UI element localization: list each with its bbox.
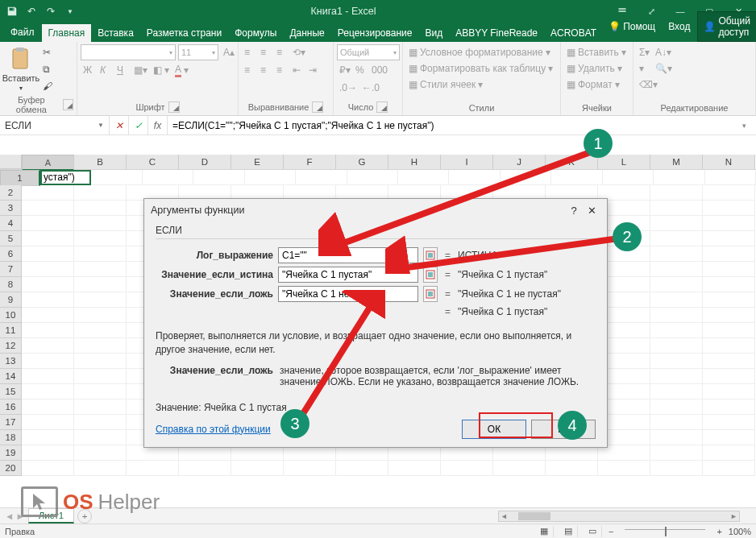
row-header[interactable]: 20 xyxy=(0,461,22,476)
cell[interactable]: устая") xyxy=(40,170,91,185)
prev-sheet-icon[interactable]: ◄ xyxy=(5,511,14,521)
cell[interactable] xyxy=(703,308,755,323)
row-header[interactable]: 17 xyxy=(0,415,22,430)
tab-file[interactable]: Файл xyxy=(3,23,42,42)
dialog-help-button[interactable]: ? xyxy=(565,201,583,219)
arg-input-logical[interactable] xyxy=(278,247,418,263)
cell[interactable] xyxy=(74,399,127,415)
sort-button[interactable]: A↓▾ xyxy=(653,44,674,60)
percent-button[interactable]: % xyxy=(353,62,369,78)
cell[interactable] xyxy=(22,231,74,246)
cell[interactable] xyxy=(74,308,127,323)
row-header[interactable]: 15 xyxy=(0,384,22,399)
col-header[interactable]: H xyxy=(388,155,441,169)
tab-home[interactable]: Главная xyxy=(42,24,92,42)
tab-abbyy[interactable]: ABBYY FineReade xyxy=(449,24,544,42)
align-top-button[interactable]: ≡ xyxy=(242,44,258,60)
collapse-dialog-button[interactable] xyxy=(423,267,438,283)
col-header[interactable]: L xyxy=(598,155,650,169)
zoom-in-button[interactable]: + xyxy=(717,527,721,536)
cell[interactable] xyxy=(650,246,703,262)
orientation-button[interactable]: ⟲▾ xyxy=(290,44,308,60)
collapse-dialog-button[interactable] xyxy=(423,286,438,302)
cell[interactable] xyxy=(650,399,703,415)
cell[interactable] xyxy=(650,231,703,246)
find-button[interactable]: 🔍▾ xyxy=(653,60,675,77)
name-box[interactable]: ЕСЛИ▼ xyxy=(0,116,110,134)
cell[interactable] xyxy=(650,445,703,461)
bold-button[interactable]: Ж xyxy=(81,62,97,78)
cell[interactable] xyxy=(22,399,74,415)
cell[interactable] xyxy=(245,170,296,185)
tab-insert[interactable]: Вставка xyxy=(91,24,140,42)
cell[interactable] xyxy=(22,384,74,399)
cell[interactable] xyxy=(143,170,193,185)
normal-view-button[interactable]: ▦ xyxy=(536,526,554,537)
col-header[interactable]: I xyxy=(441,155,493,169)
cell[interactable] xyxy=(598,461,650,476)
cell[interactable] xyxy=(703,430,755,445)
cell[interactable] xyxy=(22,445,74,461)
cell[interactable] xyxy=(703,262,755,277)
cell[interactable] xyxy=(22,262,74,277)
cell[interactable] xyxy=(703,399,755,415)
select-all-corner[interactable] xyxy=(0,155,22,169)
cell[interactable] xyxy=(74,231,127,246)
cell[interactable] xyxy=(74,384,127,399)
cell[interactable] xyxy=(179,461,231,476)
undo-icon[interactable]: ↶ xyxy=(23,2,40,20)
cell[interactable] xyxy=(22,354,74,369)
fx-button[interactable]: fx xyxy=(148,116,168,134)
col-header[interactable]: G xyxy=(336,155,388,169)
row-header[interactable]: 3 xyxy=(0,201,22,216)
arg-input-false[interactable] xyxy=(278,286,418,302)
qat-dropdown-icon[interactable]: ▼ xyxy=(61,2,79,20)
save-icon[interactable] xyxy=(3,2,21,20)
cell[interactable] xyxy=(703,369,755,384)
cell[interactable] xyxy=(501,170,551,185)
align-mid-button[interactable]: ≡ xyxy=(258,44,274,60)
cell[interactable] xyxy=(441,461,493,476)
cell[interactable] xyxy=(650,292,703,308)
clear-button[interactable]: ⌫▾ xyxy=(637,77,660,93)
cell[interactable] xyxy=(650,354,703,369)
help-button[interactable]: 💡Помощ xyxy=(603,18,661,35)
cell[interactable] xyxy=(74,415,127,430)
cell[interactable] xyxy=(703,216,755,231)
dialog-close-button[interactable]: ✕ xyxy=(583,201,600,219)
font-name-select[interactable]: ▾ xyxy=(81,44,176,60)
cell[interactable] xyxy=(650,185,703,201)
cell[interactable] xyxy=(493,461,546,476)
cell[interactable] xyxy=(650,461,703,476)
fill-color-button[interactable]: ◧▾ xyxy=(151,62,172,78)
row-header[interactable]: 6 xyxy=(0,246,22,262)
font-size-select[interactable]: 11▾ xyxy=(178,44,218,60)
cell[interactable] xyxy=(551,170,602,185)
align-center-button[interactable]: ≡ xyxy=(258,62,274,78)
cell[interactable] xyxy=(22,292,74,308)
row-header[interactable]: 18 xyxy=(0,430,22,445)
cell[interactable] xyxy=(22,216,74,231)
cell[interactable] xyxy=(703,231,755,246)
cell[interactable] xyxy=(703,415,755,430)
collapse-dialog-button[interactable] xyxy=(423,247,438,263)
cell[interactable] xyxy=(650,323,703,338)
dec-decimal-button[interactable]: ←.0 xyxy=(359,80,382,96)
cell[interactable] xyxy=(654,170,704,185)
cell[interactable] xyxy=(449,170,500,185)
cell[interactable] xyxy=(74,216,127,231)
function-help-link[interactable]: Справка по этой функции xyxy=(156,424,271,435)
cell[interactable] xyxy=(22,185,74,201)
col-header[interactable]: C xyxy=(127,155,179,169)
autosum-button[interactable]: Σ▾ xyxy=(637,44,653,60)
col-header[interactable]: F xyxy=(284,155,336,169)
cell[interactable] xyxy=(703,445,755,461)
cell[interactable] xyxy=(284,461,336,476)
zoom-slider[interactable] xyxy=(625,529,705,534)
row-header[interactable]: 9 xyxy=(0,292,22,308)
col-header[interactable]: N xyxy=(703,155,755,169)
delete-cells-button[interactable]: ▦Удалить▾ xyxy=(564,60,625,77)
cell[interactable] xyxy=(650,262,703,277)
cancel-formula-button[interactable]: ✕ xyxy=(110,116,129,134)
cell[interactable] xyxy=(650,338,703,354)
